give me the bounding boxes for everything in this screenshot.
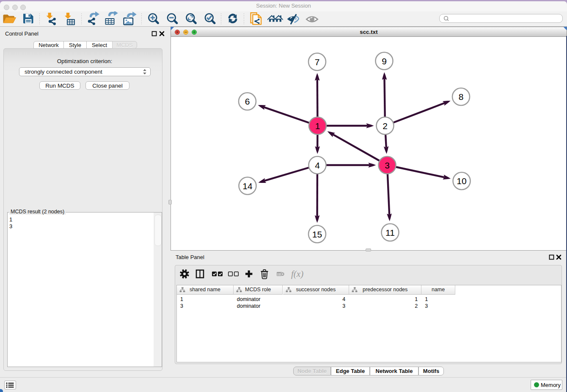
svg-text:9: 9 [382,56,387,66]
svg-text:3: 3 [385,160,390,170]
svg-text:4: 4 [315,160,320,170]
svg-text:7: 7 [315,57,320,67]
svg-text:15: 15 [312,229,322,239]
svg-text:2: 2 [383,121,388,131]
svg-text:1: 1 [315,121,320,131]
svg-text:6: 6 [245,97,250,106]
svg-text:11: 11 [385,228,395,237]
svg-text:8: 8 [459,92,464,102]
svg-text:10: 10 [457,176,466,186]
svg-text:14: 14 [242,181,253,191]
